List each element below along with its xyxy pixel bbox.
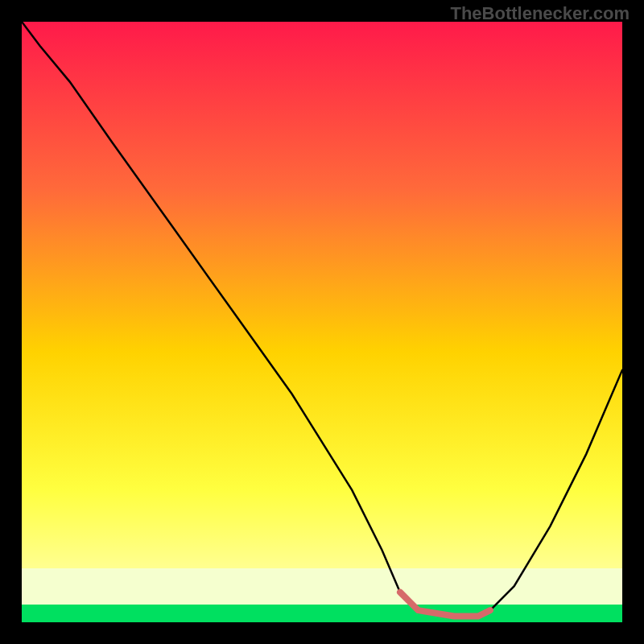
- gradient-background: [22, 22, 622, 622]
- chart-svg: [22, 22, 622, 622]
- chart-plot: [22, 22, 622, 622]
- watermark-text: TheBottlenecker.com: [450, 3, 630, 24]
